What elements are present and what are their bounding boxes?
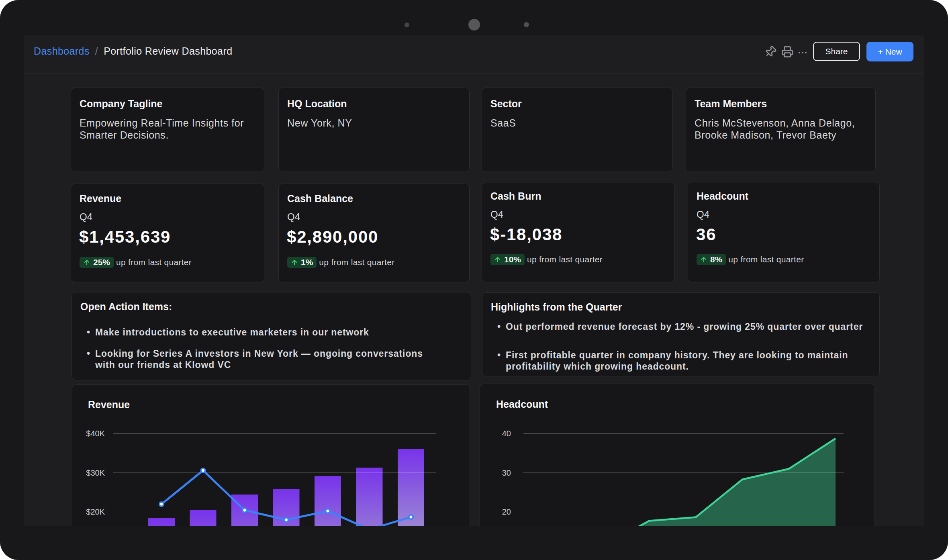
svg-text:$40K: $40K (86, 429, 105, 438)
svg-text:$20K: $20K (86, 507, 105, 516)
svg-text:20: 20 (502, 507, 511, 516)
svg-text:$30K: $30K (86, 468, 105, 477)
svg-text:30: 30 (502, 468, 511, 477)
svg-text:40: 40 (502, 429, 511, 438)
